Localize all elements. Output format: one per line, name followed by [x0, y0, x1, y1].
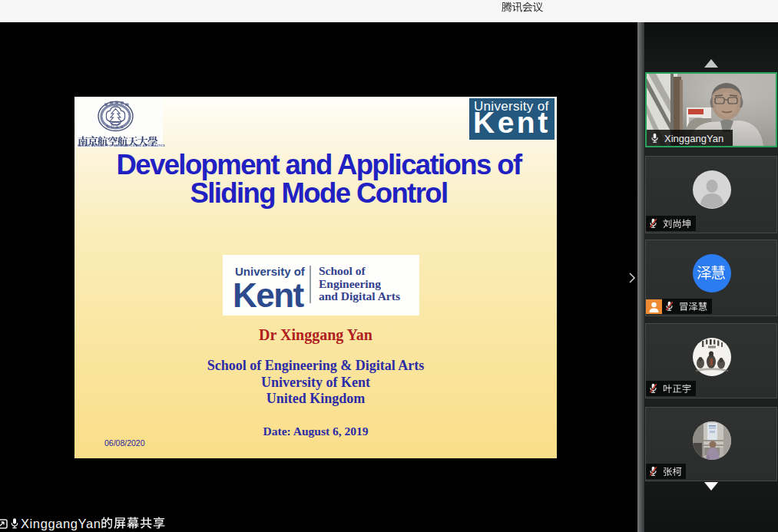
svg-text:NUAA: NUAA: [106, 124, 125, 129]
